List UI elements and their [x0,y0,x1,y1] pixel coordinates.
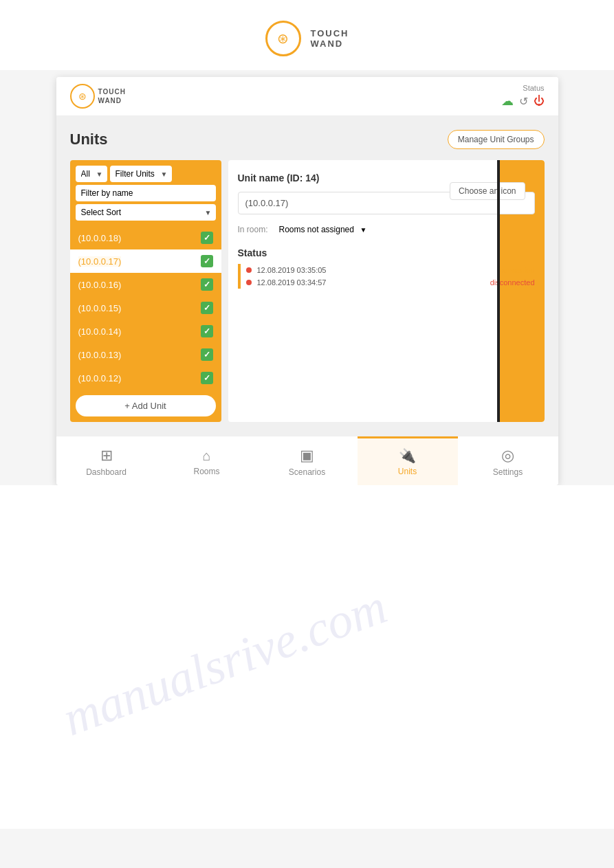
sort-row: Select Sort ▼ [70,204,221,226]
unit-checkbox-1[interactable] [201,232,213,244]
unit-checkbox-7[interactable] [201,372,213,384]
unit-item-6[interactable]: (10.0.0.13) [70,343,221,366]
in-room-row: In room: Rooms not assigned ▼ [238,221,535,238]
logo-touch-text: TOUCH [311,28,349,38]
logo-circle: ⊛ [265,21,301,56]
nav-scenarios[interactable]: ▣ Scenarios [257,436,358,485]
status-dot-1 [246,267,252,273]
nav-rooms[interactable]: ⌂ Rooms [157,436,257,485]
choose-icon-button[interactable]: Choose an icon [450,182,525,200]
app-logo-circle: ⊛ [70,84,95,109]
filter-by-name-row [70,185,221,204]
nav-dashboard-label: Dashboard [86,467,127,477]
settings-icon: ◎ [501,447,514,465]
status-section: Status 12.08.2019 03:35:05 connected 12.… [238,247,535,289]
unit-checkbox-4[interactable] [201,302,213,314]
nav-rooms-label: Rooms [193,467,219,476]
top-logo-area: ⊛ TOUCH WAND [0,0,614,70]
status-dot-2 [246,280,252,285]
add-unit-button[interactable]: + Add Unit [76,395,216,416]
nav-settings[interactable]: ◎ Settings [458,436,558,485]
dashboard-icon: ⊞ [100,447,113,465]
app-window: ⊛ TOUCH WAND Status ☁ ↺ ⏻ Units Manage U… [56,77,558,485]
app-logo: ⊛ TOUCH WAND [70,84,126,109]
bottom-nav: ⊞ Dashboard ⌂ Rooms ▣ Scenarios 🔌 Units … [56,436,558,485]
nav-units-label: Units [398,467,417,476]
scenarios-icon: ▣ [300,447,314,465]
status-line [238,264,241,289]
refresh-icon[interactable]: ↺ [519,95,528,108]
unit-detail-inner: Choose an icon Unit name (ID: 14) In roo… [238,173,535,289]
power-icon[interactable]: ⏻ [534,95,545,107]
status-timestamp-1: 12.08.2019 03:35:05 [257,266,327,274]
nav-units[interactable]: 🔌 Units [358,436,458,485]
room-select-wrapper[interactable]: Rooms not assigned ▼ [274,221,371,238]
watermark: manualsrive.com [56,578,395,748]
units-icon: 🔌 [399,447,416,464]
nav-settings-label: Settings [493,467,523,477]
manage-unit-groups-button[interactable]: Manage Unit Groups [448,130,545,149]
filter-row: All ▼ Filter Units ▼ [70,160,221,185]
page-title: Units [70,131,108,148]
logo-text-group: TOUCH WAND [311,28,349,49]
unit-checkbox-5[interactable] [201,325,213,337]
status-timestamp-2: 12.08.2019 03:34:57 [257,278,327,287]
unit-item-2[interactable]: (10.0.0.17) [70,249,221,273]
app-logo-text: TOUCH WAND [98,87,126,105]
filter-by-name-input[interactable] [76,185,216,201]
unit-checkbox-6[interactable] [201,348,213,361]
scrollbar-track [497,160,500,422]
units-list-panel: All ▼ Filter Units ▼ [70,160,221,422]
scrollbar-thumb[interactable] [497,160,500,208]
all-filter-wrapper[interactable]: All ▼ [76,166,107,182]
logo-wand-text: WAND [311,38,349,49]
rooms-icon: ⌂ [202,448,210,464]
status-label-text: Status ☁ ↺ ⏻ [501,84,545,109]
status-bar-container: 12.08.2019 03:35:05 connected 12.08.2019… [238,264,535,289]
unit-detail-panel: Choose an icon Unit name (ID: 14) In roo… [228,160,545,422]
nav-scenarios-label: Scenarios [289,467,325,477]
unit-item-7[interactable]: (10.0.0.12) [70,366,221,390]
page-header: Units Manage Unit Groups [70,130,545,149]
filter-units-wrapper[interactable]: Filter Units ▼ [110,166,172,182]
unit-checkbox-2[interactable] [201,255,213,267]
nav-dashboard[interactable]: ⊞ Dashboard [56,436,157,485]
all-select[interactable]: All [76,166,107,182]
filter-units-select[interactable]: Filter Units [110,166,172,182]
white-space: manualsrive.com [0,485,614,829]
app-header: ⊛ TOUCH WAND Status ☁ ↺ ⏻ [56,77,558,116]
status-icons: ☁ ↺ ⏻ [501,93,545,109]
status-value-1: connected [500,266,535,274]
header-status: Status ☁ ↺ ⏻ [501,84,545,109]
status-entry-1: 12.08.2019 03:35:05 connected [238,264,535,276]
room-select[interactable]: Rooms not assigned [274,221,371,238]
unit-item-5[interactable]: (10.0.0.14) [70,320,221,343]
in-room-label: In room: [238,225,268,234]
content-area: Units Manage Unit Groups All ▼ Filter Un… [56,116,558,436]
status-section-title: Status [238,247,535,258]
panels-container: All ▼ Filter Units ▼ [70,160,545,422]
sort-select[interactable]: Select Sort [76,204,216,221]
sort-wrapper[interactable]: Select Sort ▼ [76,204,216,221]
unit-item-1[interactable]: (10.0.0.18) [70,226,221,249]
unit-item-3[interactable]: (10.0.0.16) [70,273,221,296]
cloud-icon: ☁ [501,93,514,109]
unit-item-4[interactable]: (10.0.0.15) [70,296,221,320]
unit-checkbox-3[interactable] [201,278,213,291]
status-entry-2: 12.08.2019 03:34:57 disconnected [238,276,535,289]
